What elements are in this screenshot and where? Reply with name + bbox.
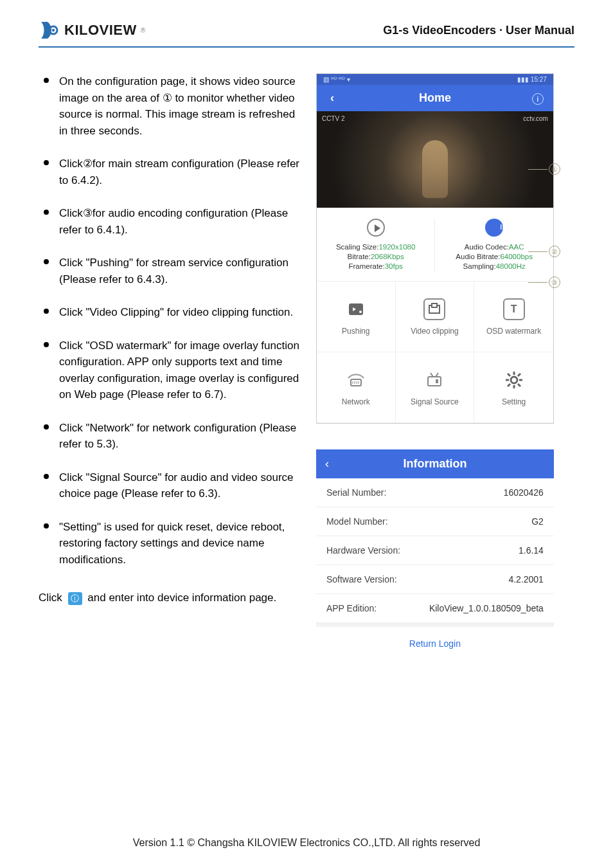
svg-point-3 [359, 311, 362, 313]
video-params[interactable]: Scaling Size:1920x1080 Bitrate:2068Kbps … [317, 219, 436, 272]
info-val: 1.6.14 [519, 545, 544, 556]
bullet-item: Click "Pushing" for stream service confi… [39, 255, 303, 287]
bullet-item: Click "Video Clipping" for video clippin… [39, 304, 303, 321]
content-area: On the configuration page, it shows vide… [39, 73, 574, 660]
param-key: Framerate: [348, 262, 384, 270]
pushing-icon [345, 298, 367, 320]
svg-line-20 [508, 374, 510, 376]
info-row-sw: Software Version: 4.2.2001 [316, 565, 554, 594]
info-val: G2 [531, 516, 544, 527]
cell-label: Pushing [342, 327, 369, 336]
cell-network[interactable]: Network [317, 352, 396, 423]
svg-line-21 [518, 384, 520, 386]
back-icon[interactable]: ‹ [325, 457, 329, 471]
callout-num: ① [549, 163, 560, 175]
cell-setting[interactable]: Setting [474, 352, 553, 423]
svg-point-1 [52, 29, 55, 32]
cell-label: Video clipping [411, 327, 459, 336]
info-key: APP Edition: [326, 603, 377, 613]
svg-rect-14 [436, 379, 438, 383]
bullet-item: Click "Network" for network configuratio… [39, 420, 303, 453]
param-val: 48000Hz [496, 262, 526, 270]
info-title: Information [403, 457, 466, 470]
logo-icon [39, 19, 60, 41]
info-val: 4.2.2001 [508, 574, 544, 584]
bullet-item: "Setting" is used for quick reset, devic… [39, 519, 303, 568]
svg-rect-5 [432, 303, 437, 307]
svg-line-23 [508, 384, 510, 386]
info-row-hw: Hardware Version: 1.6.14 [316, 536, 554, 565]
cell-label: Network [342, 397, 370, 406]
param-val: 30fps [385, 262, 403, 270]
stream-params: Scaling Size:1920x1080 Bitrate:2068Kbps … [317, 208, 553, 281]
param-val: AAC [509, 243, 524, 251]
param-key: Scaling Size: [336, 243, 378, 251]
osd-icon: T [503, 298, 525, 320]
video-preview: CCTV 2 cctv.com [317, 111, 553, 208]
cell-osd-watermark[interactable]: T OSD watermark [474, 282, 553, 352]
cell-label: OSD watermark [486, 327, 541, 336]
page-footer: Version 1.1 © Changsha KILOVIEW Electron… [0, 837, 613, 849]
param-key: Bitrate: [348, 253, 371, 260]
cell-signal-source[interactable]: Signal Source [396, 352, 475, 423]
doc-title: G1-s VideoEncoders · User Manual [383, 24, 574, 37]
return-login-link[interactable]: Return Login [316, 623, 554, 660]
info-val: KiloView_1.0.0.180509_beta [429, 603, 544, 613]
info-click-post: and enter into device information page. [87, 592, 276, 604]
phone-home-screenshot: ▧ ᴴᴰ ᴴᴰ ▾ ▮▮▮ 15:27 ‹ Home i CCTV 2 cctv… [316, 73, 554, 424]
callout-num: ② [549, 246, 560, 257]
cell-label: Setting [502, 397, 526, 406]
info-key: Software Version: [326, 574, 397, 584]
phone-navbar: ‹ Home i [317, 85, 553, 111]
callout-num: ③ [549, 276, 560, 288]
right-column: ▧ ᴴᴰ ᴴᴰ ▾ ▮▮▮ 15:27 ‹ Home i CCTV 2 cctv… [316, 73, 574, 660]
nav-title: Home [419, 91, 451, 105]
brand-name: KILOVIEW [64, 22, 137, 39]
info-row-serial: Serial Number: 16020426 [316, 478, 554, 507]
preview-figure [422, 140, 448, 198]
info-click-sentence: Click and enter into device information … [39, 587, 303, 609]
device-info-button[interactable]: i [531, 91, 544, 105]
bullet-item: Click "OSD watermark" for image overlay … [39, 338, 303, 403]
bullet-list: On the configuration page, it shows vide… [39, 73, 303, 568]
bullet-item: On the configuration page, it shows vide… [39, 73, 303, 139]
cell-label: Signal Source [411, 397, 459, 406]
info-icon [68, 592, 82, 605]
audio-params[interactable]: Audio Codec:AAC Audio Bitrate:64000bps S… [435, 219, 553, 272]
param-val: 64000bps [500, 253, 533, 260]
preview-source: cctv.com [523, 115, 548, 122]
status-right: ▮▮▮ 15:27 [517, 76, 547, 83]
param-key: Audio Bitrate: [456, 253, 500, 260]
info-val: 16020426 [504, 487, 544, 498]
cell-pushing[interactable]: Pushing [317, 282, 396, 352]
preview-channel: CCTV 2 [322, 115, 345, 122]
information-panel: ‹ Information Serial Number: 16020426 Mo… [316, 449, 554, 660]
param-val: 2068Kbps [371, 253, 404, 260]
signal-icon [423, 369, 445, 391]
callout-1: ① [549, 163, 560, 175]
info-header: ‹ Information [316, 449, 554, 478]
svg-rect-6 [351, 379, 361, 386]
clip-icon [423, 298, 445, 320]
gear-icon [503, 369, 525, 391]
param-key: Sampling: [463, 262, 496, 270]
page-header: KILOVIEW ® G1-s VideoEncoders · User Man… [39, 19, 574, 48]
bullet-item: Click "Signal Source" for audio and vide… [39, 469, 303, 502]
param-key: Audio Codec: [465, 243, 509, 251]
phone-statusbar: ▧ ᴴᴰ ᴴᴰ ▾ ▮▮▮ 15:27 [317, 74, 553, 85]
svg-rect-11 [428, 377, 441, 386]
info-click-pre: Click [39, 592, 62, 604]
feature-grid: Pushing Video clipping T OSD watermark [317, 281, 553, 423]
svg-point-15 [511, 377, 517, 383]
brand-logo: KILOVIEW ® [39, 19, 145, 41]
audio-bars-icon [485, 219, 503, 237]
status-left: ▧ ᴴᴰ ᴴᴰ ▾ [323, 76, 350, 83]
cell-video-clipping[interactable]: Video clipping [396, 282, 475, 352]
bullet-item: Click③for audio encoding configuration (… [39, 205, 303, 238]
svg-line-22 [518, 374, 520, 376]
info-key: Hardware Version: [326, 545, 400, 556]
brand-registered: ® [141, 27, 145, 34]
info-key: Model Number: [326, 516, 388, 527]
back-icon[interactable]: ‹ [326, 91, 339, 105]
info-row-model: Model Number: G2 [316, 507, 554, 536]
